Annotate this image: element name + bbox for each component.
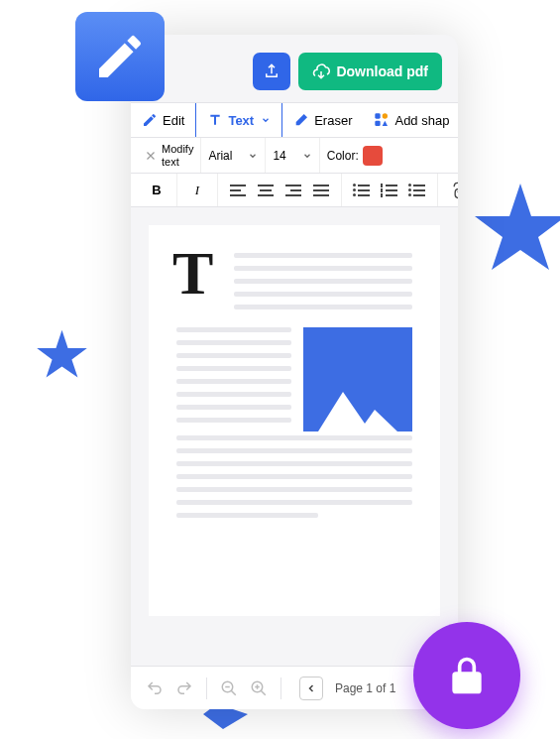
align-center-icon xyxy=(258,185,274,196)
svg-rect-5 xyxy=(376,121,381,126)
zoom-in-icon xyxy=(250,679,268,697)
shapes-icon xyxy=(374,112,390,128)
document-page[interactable]: T xyxy=(149,225,440,616)
download-pdf-button[interactable]: Download pdf xyxy=(298,53,442,90)
chevron-down-icon xyxy=(248,151,258,161)
cloud-download-icon xyxy=(312,62,330,80)
tool-eraser[interactable]: Eraser xyxy=(282,103,363,137)
prev-page-button[interactable] xyxy=(299,677,323,700)
color-label: Color: xyxy=(327,149,359,163)
size-value: 14 xyxy=(273,149,285,163)
svg-marker-6 xyxy=(383,121,388,126)
tool-eraser-label: Eraser xyxy=(314,113,352,128)
svg-point-4 xyxy=(383,113,388,118)
style-bar: B I xyxy=(131,174,458,207)
numbered-list-icon xyxy=(382,185,397,196)
download-label: Download pdf xyxy=(336,63,428,79)
zoom-out-icon xyxy=(220,679,238,697)
dropcap-letter: T xyxy=(172,249,213,299)
lock-icon xyxy=(445,654,489,697)
align-left-icon xyxy=(230,185,246,196)
svg-marker-0 xyxy=(475,184,560,270)
edit-document-badge xyxy=(75,12,165,101)
align-right-icon xyxy=(285,185,301,196)
top-actions: Download pdf xyxy=(131,35,458,102)
redo-button[interactable] xyxy=(172,677,196,700)
main-toolbar: Edit Text Eraser Add shap xyxy=(131,102,458,138)
svg-marker-1 xyxy=(37,330,87,378)
chevron-down-icon xyxy=(261,115,271,125)
pencil-icon xyxy=(92,29,148,84)
share-icon xyxy=(263,62,280,80)
zoom-out-button[interactable] xyxy=(217,677,241,700)
document-canvas: T xyxy=(131,207,458,634)
chevron-left-icon xyxy=(305,682,317,694)
lock-badge[interactable] xyxy=(413,622,520,729)
tool-text-label: Text xyxy=(228,113,254,128)
chevron-down-icon xyxy=(302,151,312,161)
star-decoration xyxy=(471,179,560,278)
modify-text-label: Modify text xyxy=(162,143,193,167)
bullet-list-button[interactable] xyxy=(352,181,372,200)
text-tool-icon xyxy=(207,112,223,128)
page-indicator: Page 1 of 1 xyxy=(335,681,395,695)
bullet-list-icon xyxy=(354,185,370,196)
zoom-in-button[interactable] xyxy=(247,677,271,700)
align-right-button[interactable] xyxy=(283,181,303,200)
format-bar: Modify text Arial 14 Color: xyxy=(131,138,458,174)
align-justify-icon xyxy=(313,185,329,196)
redo-icon xyxy=(175,679,193,697)
tool-text[interactable]: Text xyxy=(195,103,282,137)
tool-edit-label: Edit xyxy=(163,113,184,128)
font-select[interactable]: Arial xyxy=(208,149,258,163)
align-justify-button[interactable] xyxy=(311,181,331,200)
checklist-icon xyxy=(409,185,425,196)
checklist-button[interactable] xyxy=(407,181,427,200)
link-icon xyxy=(447,179,458,201)
tool-add-shape[interactable]: Add shap xyxy=(363,103,458,137)
italic-button[interactable]: I xyxy=(187,181,207,200)
align-center-button[interactable] xyxy=(256,181,276,200)
svg-rect-3 xyxy=(376,113,381,118)
mountain-icon xyxy=(303,382,412,431)
share-button[interactable] xyxy=(253,53,290,90)
tool-addshape-label: Add shap xyxy=(394,113,449,128)
font-value: Arial xyxy=(208,149,232,163)
star-decoration xyxy=(35,327,89,382)
undo-icon xyxy=(146,679,164,697)
tool-edit[interactable]: Edit xyxy=(131,103,195,137)
footer-bar: Page 1 of 1 xyxy=(131,666,458,709)
color-swatch[interactable] xyxy=(363,146,383,166)
close-icon[interactable] xyxy=(144,149,158,163)
editor-app: Download pdf Edit Text Eraser Add shap M… xyxy=(131,35,458,709)
bold-button[interactable]: B xyxy=(147,181,167,200)
svg-marker-7 xyxy=(318,392,397,431)
undo-button[interactable] xyxy=(143,677,167,700)
numbered-list-button[interactable] xyxy=(380,181,399,200)
size-select[interactable]: 14 xyxy=(273,149,311,163)
align-left-button[interactable] xyxy=(228,181,248,200)
image-placeholder xyxy=(303,327,412,431)
pencil-icon xyxy=(142,112,158,128)
eraser-icon xyxy=(293,112,309,128)
link-button[interactable] xyxy=(448,181,458,200)
